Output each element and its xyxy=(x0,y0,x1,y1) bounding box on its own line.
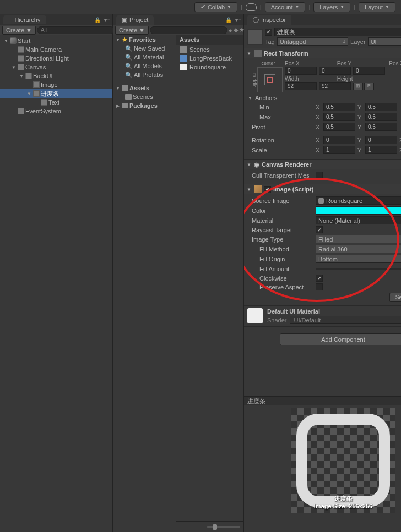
project-asset-list[interactable]: ScenesLongPressBackRoundsquare xyxy=(176,45,243,521)
hierarchy-item[interactable]: ▼Start xyxy=(0,36,112,45)
fill-amount-slider[interactable] xyxy=(316,268,401,270)
pos-x-input[interactable] xyxy=(285,67,317,75)
divider: | xyxy=(354,4,355,10)
layer-dropdown[interactable]: UI‡ xyxy=(368,37,401,46)
rect-transform-component: ▼ Rect Transform ❔⚙⋮ center middle xyxy=(244,48,401,160)
cull-checkbox[interactable] xyxy=(316,172,323,179)
hierarchy-item[interactable]: ▼Canvas xyxy=(0,63,112,72)
favorite-item[interactable]: 🔍New Saved xyxy=(113,44,176,53)
pivot-y[interactable] xyxy=(365,123,397,131)
label: Preserve Aspect xyxy=(252,284,313,290)
inspector-panel: ⓘInspector 🔒▾≡ ✔ Static▼ Tag Untagged‡ L… xyxy=(244,14,401,532)
clockwise-checkbox[interactable]: ✔ xyxy=(316,275,323,282)
project-asset-item[interactable]: Scenes xyxy=(176,45,243,54)
pos-y-input[interactable] xyxy=(319,67,351,75)
project-path-header: Assets xyxy=(176,35,243,45)
scale-x[interactable] xyxy=(323,146,355,154)
filter-icon[interactable]: ● xyxy=(229,27,232,34)
label: Pos Y xyxy=(337,61,387,67)
height-input[interactable] xyxy=(319,82,351,90)
preview-header[interactable]: 进度条— xyxy=(244,397,401,405)
enable-checkbox[interactable]: ✔ xyxy=(264,186,271,193)
project-asset-item[interactable]: Roundsquare xyxy=(176,63,243,72)
cloud-icon[interactable] xyxy=(246,3,257,11)
hierarchy-item[interactable]: ▶Image xyxy=(0,80,112,89)
anchor-preset-button[interactable] xyxy=(257,67,283,92)
hierarchy-item[interactable]: ▶Main Camera xyxy=(0,45,112,54)
inspector-tab[interactable]: ⓘInspector xyxy=(247,15,291,25)
anchor-preset-label: middle xyxy=(252,73,257,88)
hierarchy-item[interactable]: ▶EventSystem xyxy=(0,107,112,116)
anchor-min-y[interactable] xyxy=(365,103,397,111)
active-checkbox[interactable]: ✔ xyxy=(265,29,272,36)
pos-z-input[interactable] xyxy=(353,67,385,75)
component-header[interactable]: ▼ Rect Transform ❔⚙⋮ xyxy=(244,48,401,58)
source-image-field[interactable]: Roundsquare⊙ xyxy=(316,196,401,205)
lock-icon[interactable]: 🔒 xyxy=(94,17,101,23)
color-field[interactable] xyxy=(316,206,401,215)
project-tab[interactable]: ▣Project xyxy=(116,15,154,25)
panel-menu-icon[interactable]: ▾≡ xyxy=(235,17,241,23)
hierarchy-item[interactable]: ▼进度条 xyxy=(0,89,112,98)
label: Cull Transparent Mes xyxy=(252,172,313,179)
rot-x[interactable] xyxy=(323,136,355,144)
rot-y[interactable] xyxy=(365,136,397,144)
asset-folder-item[interactable]: Scenes xyxy=(113,92,176,101)
collab-button[interactable]: ✔Collab▼ xyxy=(194,2,237,12)
account-button[interactable]: Account▼ xyxy=(265,2,306,12)
preserve-aspect-checkbox[interactable] xyxy=(316,283,323,290)
image-type-dropdown[interactable]: Filled‡ xyxy=(316,235,401,243)
project-folders[interactable]: ▼★Favorites 🔍New Saved🔍All Material🔍All … xyxy=(113,35,176,532)
anchor-preset-label: center xyxy=(261,61,275,66)
material-name: Default UI Material xyxy=(267,308,320,315)
blueprint-mode-button[interactable]: ⊞ xyxy=(353,83,363,90)
scale-y[interactable] xyxy=(365,146,397,154)
fill-method-dropdown[interactable]: Radial 360‡ xyxy=(316,245,401,253)
layout-button[interactable]: Layout▼ xyxy=(359,2,395,12)
pivot-x[interactable] xyxy=(323,123,355,131)
anchor-max-x[interactable] xyxy=(323,113,355,121)
gameobject-name-input[interactable] xyxy=(274,28,401,36)
hierarchy-panel: ≡Hierarchy 🔒▾≡ Create▼ ▼Start▶Main Camer… xyxy=(0,14,113,532)
packages-label: Packages xyxy=(129,102,158,109)
anchor-min-x[interactable] xyxy=(323,103,355,111)
favorite-item[interactable]: 🔍All Material xyxy=(113,53,176,62)
set-native-size-button[interactable]: Set Native Size xyxy=(389,293,401,302)
hierarchy-tab[interactable]: ≡Hierarchy xyxy=(3,15,46,24)
project-footer xyxy=(176,521,243,532)
raw-edit-button[interactable]: R xyxy=(364,83,374,90)
icon-size-slider[interactable] xyxy=(207,526,240,528)
label: Max xyxy=(252,114,313,120)
shader-dropdown[interactable]: UI/Default▼ xyxy=(290,316,401,324)
hierarchy-tree[interactable]: ▼Start▶Main Camera▶Directional Light▼Can… xyxy=(0,35,112,532)
gameobject-icon[interactable] xyxy=(247,29,263,45)
anchor-max-y[interactable] xyxy=(365,113,397,121)
favorite-item[interactable]: 🔍All Models xyxy=(113,62,176,70)
lock-icon[interactable]: 🔒 xyxy=(225,17,232,23)
label: Clockwise xyxy=(252,275,313,282)
filter-icon[interactable]: ◆ xyxy=(234,26,238,34)
material-field[interactable]: None (Material)⊙ xyxy=(316,216,401,224)
label: Shader xyxy=(267,317,286,323)
create-button[interactable]: Create▼ xyxy=(115,26,149,35)
raycast-checkbox[interactable]: ✔ xyxy=(316,226,323,233)
hierarchy-search-input[interactable] xyxy=(37,26,115,34)
fill-origin-dropdown[interactable]: Bottom‡ xyxy=(316,255,401,263)
label: Source Image xyxy=(252,198,313,204)
hierarchy-item[interactable]: ▶Directional Light xyxy=(0,54,112,63)
width-input[interactable] xyxy=(285,82,317,90)
add-component-button[interactable]: Add Component xyxy=(280,333,401,345)
component-header[interactable]: ▼◉ Canvas Renderer ❔⚙⋮ xyxy=(244,160,401,169)
tag-dropdown[interactable]: Untagged‡ xyxy=(277,37,348,46)
anchors-label[interactable]: Anchors xyxy=(255,95,277,101)
hierarchy-item[interactable]: ▶Text xyxy=(0,98,112,107)
panel-menu-icon[interactable]: ▾≡ xyxy=(104,17,110,23)
hierarchy-item[interactable]: ▼BackUI xyxy=(0,72,112,80)
favorite-item[interactable]: 🔍All Prefabs xyxy=(113,70,176,79)
project-asset-item[interactable]: LongPressBack xyxy=(176,54,243,63)
folder-icon xyxy=(122,103,128,108)
component-header[interactable]: ▼ ✔ Image (Script) ❔⚙⋮ xyxy=(244,184,401,194)
create-button[interactable]: Create▼ xyxy=(2,26,36,35)
layers-button[interactable]: Layers▼ xyxy=(313,2,350,12)
project-search-input[interactable] xyxy=(150,26,227,34)
